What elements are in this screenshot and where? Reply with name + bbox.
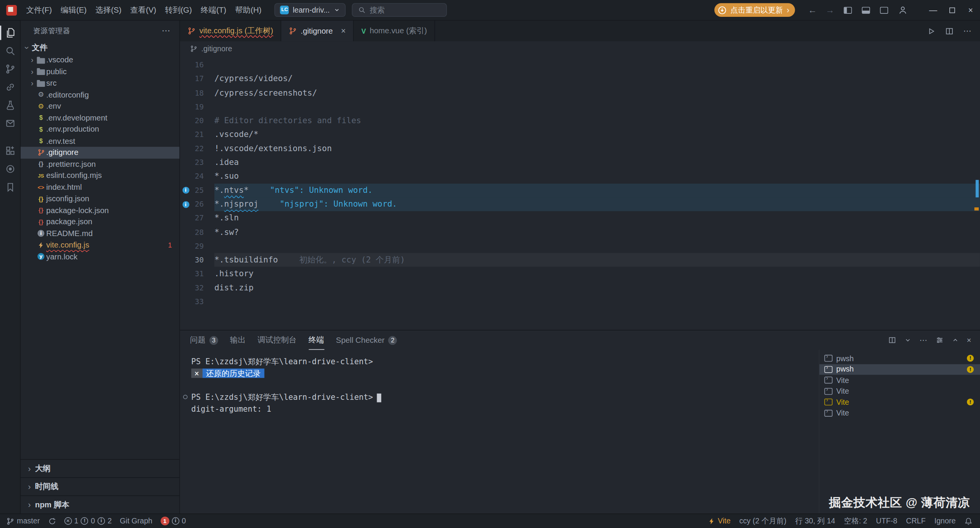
terminal-list-item-pwsh[interactable]: pwsh: [819, 353, 980, 364]
split-terminal-icon[interactable]: [888, 336, 896, 344]
terminal-list-item-vite-warn[interactable]: Vite: [819, 397, 980, 408]
tree-item-src[interactable]: src: [21, 77, 180, 89]
menu-edit[interactable]: 编辑(E): [56, 5, 91, 15]
notifications-bell[interactable]: [964, 517, 972, 525]
code-line[interactable]: 19: [180, 100, 980, 114]
more-actions-icon[interactable]: ⋯: [963, 26, 971, 36]
tree-item-eslint-config[interactable]: JSeslint.config.mjs: [21, 170, 180, 181]
language-mode[interactable]: Ignore: [934, 517, 956, 525]
code-editor[interactable]: 16 17/cypress/videos/ 18/cypress/screens…: [180, 56, 980, 330]
eol-status[interactable]: CRLF: [906, 517, 926, 525]
close-panel-icon[interactable]: ×: [967, 336, 971, 345]
code-line[interactable]: 23.idea: [180, 156, 980, 169]
tree-item-env[interactable]: ⚙.env: [21, 101, 180, 112]
tab-debug-console[interactable]: 调试控制台: [258, 331, 297, 350]
toggle-secondary-sidebar-icon[interactable]: [880, 7, 888, 13]
outline-section[interactable]: 大纲: [21, 459, 180, 477]
run-icon[interactable]: [927, 26, 936, 35]
extensions-icon[interactable]: [0, 142, 20, 160]
code-line-info-highlight[interactable]: 25*.ntvs*"ntvs": Unknown word.: [180, 183, 980, 197]
more-actions-icon[interactable]: ⋯: [920, 336, 927, 345]
explorer-icon[interactable]: [0, 24, 20, 42]
encoding-status[interactable]: UTF-8: [876, 517, 897, 525]
bookmarks-icon[interactable]: [0, 178, 20, 196]
branch-indicator[interactable]: master: [6, 517, 40, 525]
code-line-info-highlight[interactable]: 26*.njsproj"njsproj": Unknown word.: [180, 197, 980, 211]
toggle-sidebar-icon[interactable]: [844, 7, 852, 13]
tab-gitignore[interactable]: .gitignore ×: [281, 21, 354, 41]
code-line[interactable]: 24*.suo: [180, 169, 980, 183]
code-line[interactable]: 32dist.zip: [180, 281, 980, 295]
close-button[interactable]: ×: [961, 0, 980, 20]
indentation-status[interactable]: 空格: 2: [844, 516, 867, 526]
terminal-list-item-vite[interactable]: Vite: [819, 386, 980, 397]
code-line[interactable]: 17/cypress/videos/: [180, 72, 980, 86]
breadcrumb[interactable]: .gitignore: [180, 41, 980, 56]
tree-item-package-lock[interactable]: {}package-lock.json: [21, 205, 180, 216]
forward-button[interactable]: →: [821, 5, 839, 15]
extension-badge[interactable]: 1 0: [160, 517, 186, 525]
git-graph-button[interactable]: Git Graph: [120, 517, 152, 525]
menu-file[interactable]: 文件(F): [22, 5, 56, 15]
tab-spell-checker[interactable]: Spell Checker2: [336, 331, 397, 350]
split-editor-icon[interactable]: [945, 26, 954, 35]
vite-status[interactable]: Vite: [709, 517, 731, 525]
problems-indicator[interactable]: 1 0 2: [64, 517, 112, 525]
menu-selection[interactable]: 选择(S): [91, 5, 126, 15]
menu-go[interactable]: 转到(G): [161, 5, 196, 15]
code-line[interactable]: 16: [180, 58, 980, 72]
menu-terminal[interactable]: 终端(T): [196, 5, 231, 15]
files-section-header[interactable]: 文件: [21, 41, 180, 54]
code-line-current[interactable]: 30*.tsbuildinfo初始化。, ccy (2 个月前): [180, 253, 980, 267]
tree-item-prettierrc[interactable]: {}.prettierrc.json: [21, 158, 180, 170]
terminal[interactable]: PS E:\zzdsj\郑好学车\learn-drive-client> ×还原…: [180, 350, 819, 513]
sync-button[interactable]: [48, 517, 56, 525]
tree-item-public[interactable]: public: [21, 66, 180, 77]
tree-item-readme[interactable]: iREADME.md: [21, 228, 180, 239]
code-line[interactable]: 33: [180, 295, 980, 309]
minimize-button[interactable]: —: [924, 0, 942, 20]
toggle-panel-icon[interactable]: [862, 7, 870, 13]
menu-view[interactable]: 查看(V): [126, 5, 161, 15]
tree-item-vite-config[interactable]: vite.config.js1: [21, 239, 180, 251]
code-line[interactable]: 20# Editor directories and files: [180, 114, 980, 127]
npm-scripts-section[interactable]: npm 脚本: [21, 495, 180, 513]
terminal-list-item-pwsh-active[interactable]: pwsh: [819, 364, 980, 375]
code-line[interactable]: 28*.sw?: [180, 225, 980, 239]
tree-item-env-test[interactable]: $.env.test: [21, 135, 180, 147]
restart-to-update-button[interactable]: 点击重启以更新 ›: [714, 3, 795, 17]
code-line[interactable]: 22!.vscode/extensions.json: [180, 142, 980, 155]
code-line[interactable]: 29: [180, 239, 980, 253]
tree-item-jsconfig[interactable]: {}jsconfig.json: [21, 193, 180, 204]
timeline-section[interactable]: 时间线: [21, 477, 180, 495]
tab-vite-config-working-tree[interactable]: vite.config.js (工作树): [180, 21, 281, 41]
menu-help[interactable]: 帮助(H): [230, 5, 266, 15]
tree-item-vscode[interactable]: .vscode: [21, 54, 180, 66]
tree-item-index-html[interactable]: <>index.html: [21, 181, 180, 193]
more-actions-icon[interactable]: ⋯: [162, 26, 171, 36]
code-line[interactable]: 21.vscode/*: [180, 128, 980, 142]
tab-problems[interactable]: 问题3: [190, 331, 218, 350]
code-line[interactable]: 18/cypress/screenshots/: [180, 86, 980, 100]
tree-item-env-production[interactable]: $.env.production: [21, 124, 180, 135]
target-icon[interactable]: [0, 160, 20, 178]
tree-item-gitignore[interactable]: .gitignore: [21, 147, 180, 158]
project-selector[interactable]: LC learn-driv...: [274, 3, 345, 17]
tree-item-editorconfig[interactable]: ⚙.editorconfig: [21, 89, 180, 101]
back-button[interactable]: ←: [804, 5, 822, 15]
tree-item-package-json[interactable]: {}package.json: [21, 216, 180, 228]
blame-status[interactable]: ccy (2 个月前): [739, 516, 786, 526]
command-decoration-icon[interactable]: [183, 395, 187, 399]
code-line[interactable]: 27*.sln: [180, 211, 980, 225]
remote-link-icon[interactable]: [0, 78, 20, 96]
terminal-list-item-vite[interactable]: Vite: [819, 407, 980, 419]
maximize-button[interactable]: [942, 0, 961, 20]
account-icon[interactable]: [898, 5, 907, 15]
tab-terminal[interactable]: 终端: [309, 331, 324, 350]
filter-sliders-icon[interactable]: [936, 336, 944, 344]
chevron-up-icon[interactable]: [952, 337, 959, 344]
search-icon[interactable]: [0, 42, 20, 60]
close-icon[interactable]: ×: [341, 26, 346, 36]
tree-item-yarn-lock[interactable]: yyarn.lock: [21, 251, 180, 262]
mail-icon[interactable]: [0, 114, 20, 132]
